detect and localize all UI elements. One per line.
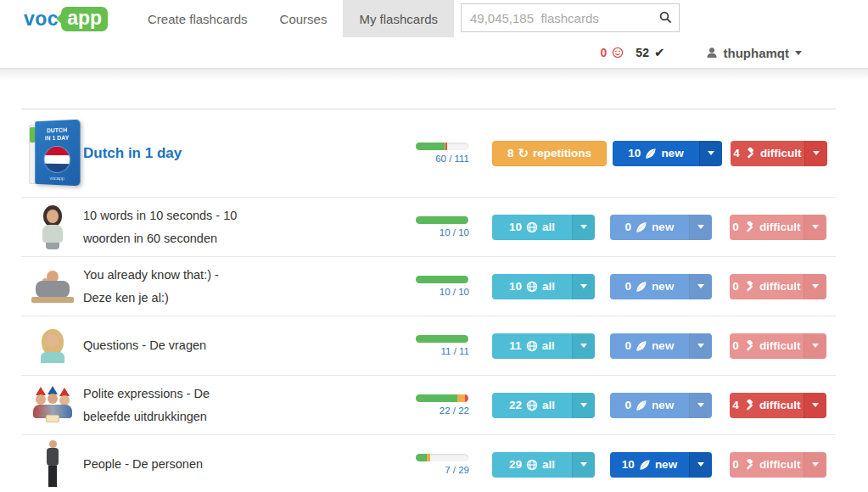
vocapp-logo[interactable]: voc app <box>24 0 108 37</box>
lesson-row: Questions - De vragen 11 / 11 11 all 0 n… <box>21 316 836 376</box>
difficult-dropdown-toggle[interactable] <box>804 452 826 478</box>
check-icon: ✔ <box>654 45 665 60</box>
difficult-button-group: 4 difficult <box>731 141 827 166</box>
lesson-title[interactable]: Questions - De vragen <box>83 334 253 357</box>
repeat-icon: ↻ <box>518 146 529 161</box>
caret-down-icon <box>697 344 704 348</box>
course-progress-bar <box>416 143 468 150</box>
all-dropdown-toggle[interactable] <box>572 215 595 240</box>
difficult-button[interactable]: 0 difficult <box>730 452 804 478</box>
difficult-button-group: 0 difficult <box>730 333 826 359</box>
difficult-dropdown-toggle[interactable] <box>804 393 826 418</box>
hammer-icon <box>743 221 755 233</box>
difficult-button-group: 0 difficult <box>730 452 826 478</box>
learning-stats[interactable]: 0 52 ✔ <box>601 45 665 60</box>
repetitions-button[interactable]: 8 ↻ repetitions <box>492 141 607 166</box>
difficult-dropdown-toggle[interactable] <box>804 141 827 166</box>
all-button[interactable]: 22 all <box>492 393 572 418</box>
course-cover-image[interactable]: DUTCH IN 1 DAY vocapp <box>29 120 81 187</box>
chevron-down-icon <box>795 51 802 55</box>
all-button-group: 29 all <box>492 452 595 478</box>
new-dropdown-toggle[interactable] <box>689 393 712 418</box>
new-button[interactable]: 10 new <box>610 452 689 478</box>
caret-down-icon <box>580 225 587 229</box>
course-row-dutch-in-1-day: DUTCH IN 1 DAY vocapp Dutch in 1 day 60 … <box>21 109 836 198</box>
leaf-icon <box>636 221 647 233</box>
lesson-photo <box>43 440 62 489</box>
caret-down-icon <box>708 151 714 155</box>
search-input[interactable] <box>461 3 680 32</box>
all-button[interactable]: 29 all <box>492 452 572 478</box>
hammer-icon <box>743 340 755 352</box>
all-button-group: 10 all <box>492 215 595 240</box>
difficult-dropdown-toggle[interactable] <box>804 274 826 299</box>
lesson-photo <box>37 205 68 249</box>
lesson-title[interactable]: You already know that:) - Deze ken je al… <box>83 264 253 310</box>
difficult-dropdown-toggle[interactable] <box>804 215 826 240</box>
progress-label: 11 / 11 <box>416 346 470 356</box>
new-button-group: 0 new <box>610 333 712 359</box>
all-dropdown-toggle[interactable] <box>572 393 595 418</box>
all-dropdown-toggle[interactable] <box>572 274 595 299</box>
dutch-flag-icon <box>44 146 70 172</box>
difficult-button[interactable]: 0 difficult <box>730 333 804 359</box>
caret-down-icon <box>812 403 819 407</box>
header-divider <box>0 68 868 80</box>
new-button[interactable]: 0 new <box>610 274 689 299</box>
all-dropdown-toggle[interactable] <box>572 333 595 359</box>
caret-down-icon <box>697 225 704 229</box>
difficult-dropdown-toggle[interactable] <box>804 333 826 359</box>
caret-down-icon <box>580 344 587 348</box>
lesson-title[interactable]: 10 words in 10 seconds - 10 woorden in 6… <box>83 204 253 250</box>
leaf-icon <box>636 340 647 352</box>
new-button[interactable]: 0 new <box>610 393 689 418</box>
lesson-title[interactable]: People - De personen <box>83 453 253 476</box>
nav-create-flashcards[interactable]: Create flashcards <box>132 0 264 37</box>
new-button-group: 0 new <box>610 393 712 418</box>
all-dropdown-toggle[interactable] <box>572 452 595 478</box>
person-icon <box>706 47 718 59</box>
caret-down-icon <box>580 403 587 407</box>
new-dropdown-toggle[interactable] <box>699 141 722 166</box>
flashcard-search <box>461 3 680 32</box>
difficult-button[interactable]: 4 difficult <box>731 141 804 166</box>
course-title[interactable]: Dutch in 1 day <box>83 142 253 165</box>
top-navbar: voc app Create flashcards Courses My fla… <box>0 0 868 68</box>
logo-voc-text: voc <box>24 8 59 31</box>
new-button[interactable]: 0 new <box>610 215 689 240</box>
progress-bar <box>416 335 468 343</box>
caret-down-icon <box>697 403 704 407</box>
caret-down-icon <box>580 284 587 288</box>
new-dropdown-toggle[interactable] <box>689 333 712 359</box>
all-button[interactable]: 11 all <box>492 333 572 359</box>
new-dropdown-toggle[interactable] <box>689 452 712 478</box>
smiley-icon <box>612 47 624 59</box>
new-dropdown-toggle[interactable] <box>689 215 712 240</box>
new-button-group: 0 new <box>610 215 712 240</box>
learned-count: 52 <box>636 46 649 59</box>
difficult-button[interactable]: 0 difficult <box>730 215 804 240</box>
globe-icon <box>526 281 538 293</box>
lesson-photo <box>31 271 74 303</box>
progress-bar <box>416 276 468 283</box>
hammer-icon <box>743 459 755 471</box>
globe-icon <box>526 400 538 411</box>
progress-label: 7 / 29 <box>416 465 470 475</box>
search-icon[interactable] <box>659 11 672 24</box>
new-button[interactable]: 10 new <box>613 141 699 166</box>
difficult-button[interactable]: 4 difficult <box>730 393 804 418</box>
lesson-row: Polite expressions - De beleefde uitdruk… <box>21 376 836 435</box>
difficult-button[interactable]: 0 difficult <box>730 274 804 299</box>
nav-my-flashcards[interactable]: My flashcards <box>343 0 454 37</box>
leaf-icon <box>639 459 651 471</box>
lesson-title[interactable]: Polite expressions - De beleefde uitdruk… <box>83 383 253 428</box>
new-button[interactable]: 0 new <box>610 333 689 359</box>
nav-courses[interactable]: Courses <box>264 0 344 37</box>
user-menu[interactable]: thuphamqt <box>706 46 802 60</box>
all-button-group: 11 all <box>492 333 595 359</box>
all-button[interactable]: 10 all <box>492 274 572 299</box>
new-dropdown-toggle[interactable] <box>689 274 712 299</box>
lesson-photo <box>32 387 73 424</box>
all-button[interactable]: 10 all <box>492 215 572 240</box>
cover-brand: vocapp <box>49 175 64 181</box>
